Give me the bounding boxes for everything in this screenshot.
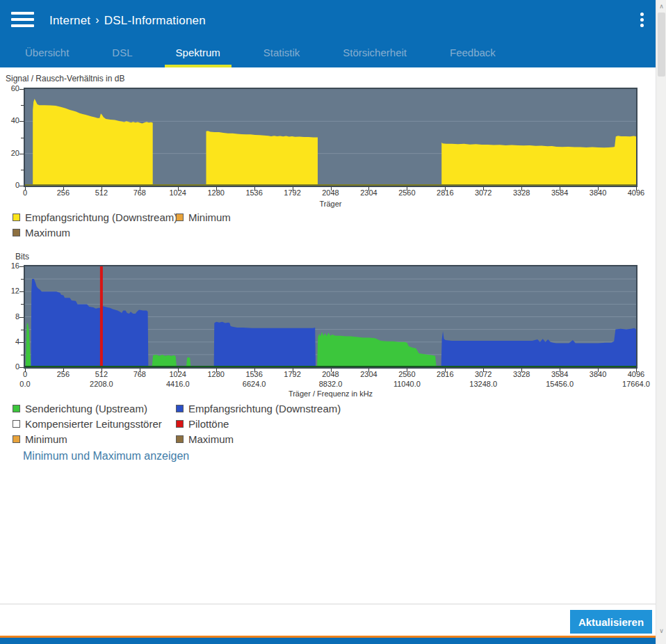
- y-tick-mark: [19, 154, 24, 154]
- legend-item: Minimum: [13, 433, 176, 444]
- legend-label: Senderichtung (Upstream): [25, 403, 147, 414]
- kebab-menu-icon[interactable]: [637, 13, 646, 29]
- legend-swatch-icon: [176, 214, 184, 221]
- x-tick-mark: [407, 187, 407, 191]
- y-tick-mark: [19, 342, 24, 343]
- show-min-max-link[interactable]: Minimum und Maximum anzeigen: [23, 450, 189, 462]
- menu-icon-bar: [11, 12, 34, 15]
- x-tick-mark: [25, 369, 26, 372]
- x-frequency-label: 8832.0: [309, 380, 352, 388]
- y-tick-mark: [19, 367, 24, 368]
- series-area: [33, 99, 153, 186]
- footer-bar: [0, 636, 656, 644]
- snr-chart-legend: Empfangsrichtung (Downstream)MinimumMaxi…: [13, 211, 231, 238]
- x-tick-mark: [598, 369, 599, 372]
- series-area: [186, 357, 190, 368]
- x-tick-mark: [101, 369, 102, 372]
- legend-item: Pilottöne: [176, 418, 341, 429]
- x-tick-mark: [254, 369, 255, 372]
- x-frequency-label: 4416.0: [156, 380, 200, 388]
- x-tick-mark: [483, 369, 484, 372]
- x-tick-mark: [445, 369, 446, 372]
- y-tick-label: 40: [0, 116, 19, 124]
- tab-störsicherheit[interactable]: Störsicherheit: [332, 40, 418, 67]
- refresh-button[interactable]: Aktualisieren: [570, 610, 652, 634]
- x-tick-mark: [254, 187, 255, 191]
- y-tick-mark: [19, 266, 24, 267]
- breadcrumb-separator-icon: ›: [95, 14, 99, 26]
- legend-label: Maximum: [25, 227, 70, 239]
- x-tick-mark: [598, 187, 599, 191]
- legend-swatch-icon: [176, 420, 184, 428]
- x-frequency-label: 13248.0: [462, 380, 505, 388]
- x-tick-mark: [63, 369, 64, 372]
- series-area: [317, 332, 436, 367]
- legend-item: Empfangsrichtung (Downstream): [13, 211, 176, 223]
- legend-label: Minimum: [188, 211, 231, 223]
- tab-dsl[interactable]: DSL: [101, 40, 143, 67]
- series-area: [152, 355, 177, 367]
- legend-item: Maximum: [176, 433, 341, 444]
- legend-label: Kompensierter Leitungsstörer: [25, 418, 162, 430]
- legend-swatch-icon: [176, 435, 184, 443]
- scrollbar-up-icon[interactable]: ∧: [656, 1, 666, 11]
- y-minor-tick-mark: [21, 330, 24, 330]
- tab-übersicht[interactable]: Übersicht: [14, 40, 80, 67]
- x-tick-mark: [407, 369, 407, 372]
- x-tick-mark: [331, 369, 332, 372]
- chart-canvas: [25, 89, 636, 186]
- y-tick-mark: [19, 317, 24, 318]
- scrollbar-down-icon[interactable]: ∨: [656, 626, 666, 636]
- x-tick-mark: [140, 187, 140, 191]
- bits-chart-legend: Senderichtung (Upstream)Empfangsrichtung…: [13, 403, 341, 444]
- series-area: [206, 131, 318, 186]
- scrollbar-thumb[interactable]: [658, 13, 665, 77]
- legend-label: Pilottöne: [188, 418, 229, 430]
- snr-chart-plot: [24, 88, 637, 187]
- menu-icon-bar: [11, 24, 34, 27]
- x-tick-mark: [178, 187, 179, 191]
- y-minor-tick-mark: [21, 105, 24, 106]
- x-tick-mark: [560, 187, 560, 191]
- chart-canvas: [25, 266, 636, 367]
- legend-label: Empfangsrichtung (Downstream): [25, 211, 177, 223]
- tab-statistik[interactable]: Statistik: [252, 40, 311, 67]
- x-tick-mark: [293, 187, 293, 191]
- tab-spektrum[interactable]: Spektrum: [165, 40, 232, 67]
- tab-bar: ÜbersichtDSLSpektrumStatistikStörsicherh…: [0, 40, 656, 67]
- legend-swatch-icon: [13, 229, 20, 236]
- y-minor-tick-mark: [21, 170, 24, 170]
- legend-swatch-icon: [13, 435, 20, 443]
- series-area: [214, 322, 316, 367]
- series-area: [441, 136, 636, 186]
- legend-item: Senderichtung (Upstream): [13, 403, 176, 414]
- x-tick-mark: [178, 369, 179, 372]
- x-tick-mark: [560, 369, 560, 372]
- axis-baseline: [25, 184, 636, 186]
- scrollbar[interactable]: ∧ ∨: [656, 0, 666, 644]
- x-tick-mark: [368, 187, 369, 191]
- x-frequency-label: 15456.0: [538, 380, 581, 388]
- breadcrumb: Internet›DSL-Informationen: [49, 14, 206, 28]
- tab-feedback[interactable]: Feedback: [439, 40, 507, 67]
- pilot-tone-line: [100, 266, 103, 367]
- y-tick-label: 20: [0, 149, 19, 157]
- legend-label: Empfangsrichtung (Downstream): [188, 403, 341, 414]
- x-frequency-label: 17664.0: [615, 380, 658, 388]
- breadcrumb-section[interactable]: Internet: [49, 14, 90, 27]
- legend-swatch-icon: [13, 405, 20, 412]
- bottom-divider: [0, 604, 656, 604]
- bits-chart-xaxis-label: Träger / Frequenz in kHz: [25, 389, 636, 398]
- x-frequency-label: 11040.0: [385, 380, 428, 388]
- y-minor-tick-mark: [21, 355, 24, 355]
- series-area: [31, 279, 149, 367]
- app-header: Internet›DSL-Informationen ÜbersichtDSLS…: [0, 0, 656, 67]
- menu-icon[interactable]: [11, 12, 34, 29]
- menu-icon-bar: [11, 18, 34, 21]
- axis-baseline: [25, 366, 636, 367]
- x-frequency-label: 6624.0: [233, 380, 276, 388]
- x-tick-mark: [331, 187, 332, 191]
- series-area: [441, 328, 636, 367]
- y-minor-tick-mark: [21, 304, 24, 305]
- content-area: Internet›DSL-Informationen ÜbersichtDSLS…: [0, 0, 656, 644]
